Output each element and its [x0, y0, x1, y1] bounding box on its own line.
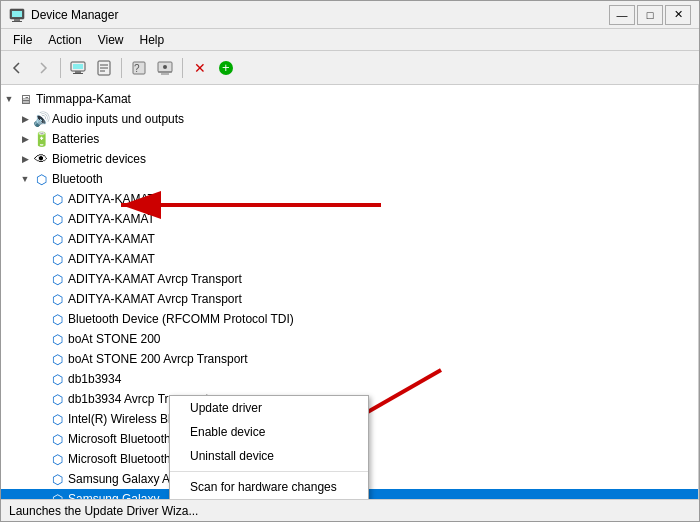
menu-bar: File Action View Help — [1, 29, 699, 51]
audio-expander[interactable]: ▶ — [17, 111, 33, 127]
toolbar: ? ✕ + — [1, 51, 699, 85]
svg-rect-2 — [14, 19, 20, 21]
svg-text:+: + — [222, 60, 230, 75]
ctx-update-driver[interactable]: Update driver — [170, 396, 368, 420]
bt-device-4[interactable]: ⬡ ADITYA-KAMAT Avrcp Transport — [1, 269, 698, 289]
biometric-expander[interactable]: ▶ — [17, 151, 33, 167]
ctx-scan[interactable]: Scan for hardware changes — [170, 475, 368, 499]
bt0-expander — [33, 191, 49, 207]
bt-device-3[interactable]: ⬡ ADITYA-KAMAT — [1, 249, 698, 269]
root-label: Timmappa-Kamat — [36, 92, 131, 106]
status-bar: Launches the Update Driver Wiza... — [1, 499, 699, 521]
svg-rect-3 — [12, 21, 22, 22]
bt7-icon: ⬡ — [49, 331, 65, 347]
window-title: Device Manager — [31, 8, 609, 22]
bluetooth-expander[interactable]: ▼ — [17, 171, 33, 187]
bt10-icon: ⬡ — [49, 391, 65, 407]
properties-icon-btn[interactable] — [92, 56, 116, 80]
bluetooth-label: Bluetooth — [52, 172, 103, 186]
ctx-uninstall-device[interactable]: Uninstall device — [170, 444, 368, 468]
batteries-expander[interactable]: ▶ — [17, 131, 33, 147]
bt15-icon: ⬡ — [49, 491, 65, 499]
biometric-label: Biometric devices — [52, 152, 146, 166]
svg-rect-1 — [12, 11, 22, 17]
bt-device-1[interactable]: ⬡ ADITYA-KAMAT — [1, 209, 698, 229]
computer-icon: 🖥 — [17, 91, 33, 107]
batteries-icon: 🔋 — [33, 131, 49, 147]
bt0-icon: ⬡ — [49, 191, 65, 207]
bt14-icon: ⬡ — [49, 471, 65, 487]
svg-point-17 — [163, 65, 167, 69]
bt9-label: db1b3934 — [68, 372, 121, 386]
bt15-label: Samsung Galaxy ... — [68, 492, 173, 499]
minimize-button[interactable]: — — [609, 5, 635, 25]
bt5-label: ADITYA-KAMAT Avrcp Transport — [68, 292, 242, 306]
root-expander[interactable]: ▼ — [1, 91, 17, 107]
svg-rect-5 — [73, 64, 83, 69]
bt11-icon: ⬡ — [49, 411, 65, 427]
bt4-label: ADITYA-KAMAT Avrcp Transport — [68, 272, 242, 286]
bt4-icon: ⬡ — [49, 271, 65, 287]
bt2-label: ADITYA-KAMAT — [68, 232, 155, 246]
remove-device-btn[interactable]: ✕ — [188, 56, 212, 80]
svg-text:✕: ✕ — [194, 60, 206, 76]
menu-view[interactable]: View — [90, 31, 132, 49]
menu-action[interactable]: Action — [40, 31, 89, 49]
maximize-button[interactable]: □ — [637, 5, 663, 25]
tree-bluetooth[interactable]: ▼ ⬡ Bluetooth — [1, 169, 698, 189]
bt3-icon: ⬡ — [49, 251, 65, 267]
toolbar-separator-3 — [182, 58, 183, 78]
bt12-icon: ⬡ — [49, 431, 65, 447]
bt9-icon: ⬡ — [49, 371, 65, 387]
bt7-label: boAt STONE 200 — [68, 332, 161, 346]
bt-device-6[interactable]: ⬡ Bluetooth Device (RFCOMM Protocol TDI) — [1, 309, 698, 329]
menu-file[interactable]: File — [5, 31, 40, 49]
bt-device-5[interactable]: ⬡ ADITYA-KAMAT Avrcp Transport — [1, 289, 698, 309]
bt0-label: ADITYA-KAMAT — [68, 192, 155, 206]
ctx-separator — [170, 471, 368, 472]
audio-icon: 🔊 — [33, 111, 49, 127]
biometric-icon: 👁 — [33, 151, 49, 167]
bt-device-2[interactable]: ⬡ ADITYA-KAMAT — [1, 229, 698, 249]
ctx-enable-device[interactable]: Enable device — [170, 420, 368, 444]
back-button[interactable] — [5, 56, 29, 80]
menu-help[interactable]: Help — [132, 31, 173, 49]
svg-text:?: ? — [134, 63, 140, 74]
tree-audio[interactable]: ▶ 🔊 Audio inputs und outputs — [1, 109, 698, 129]
bt2-icon: ⬡ — [49, 231, 65, 247]
title-bar: Device Manager — □ ✕ — [1, 1, 699, 29]
device-tree[interactable]: ▼ 🖥 Timmappa-Kamat ▶ 🔊 Audio inputs und … — [1, 85, 699, 499]
bt6-icon: ⬡ — [49, 311, 65, 327]
audio-label: Audio inputs und outputs — [52, 112, 184, 126]
window-controls: — □ ✕ — [609, 5, 691, 25]
toolbar-separator-2 — [121, 58, 122, 78]
main-area: ▼ 🖥 Timmappa-Kamat ▶ 🔊 Audio inputs und … — [1, 85, 699, 499]
svg-rect-7 — [73, 73, 83, 74]
update-driver-btn[interactable]: ? — [127, 56, 151, 80]
bt-device-8[interactable]: ⬡ boAt STONE 200 Avrcp Transport — [1, 349, 698, 369]
batteries-label: Batteries — [52, 132, 99, 146]
close-button[interactable]: ✕ — [665, 5, 691, 25]
bt5-icon: ⬡ — [49, 291, 65, 307]
bt-device-0[interactable]: ⬡ ADITYA-KAMAT — [1, 189, 698, 209]
computer-icon-btn[interactable] — [66, 56, 90, 80]
tree-root[interactable]: ▼ 🖥 Timmappa-Kamat — [1, 89, 698, 109]
bt1-label: ADITYA-KAMAT — [68, 212, 155, 226]
tree-batteries[interactable]: ▶ 🔋 Batteries — [1, 129, 698, 149]
svg-rect-6 — [75, 71, 81, 73]
toolbar-separator-1 — [60, 58, 61, 78]
bt-device-9[interactable]: ⬡ db1b3934 — [1, 369, 698, 389]
bt1-icon: ⬡ — [49, 211, 65, 227]
bt8-label: boAt STONE 200 Avrcp Transport — [68, 352, 248, 366]
device-manager-window: Device Manager — □ ✕ File Action View He… — [0, 0, 700, 522]
forward-button[interactable] — [31, 56, 55, 80]
add-device-btn[interactable]: + — [214, 56, 238, 80]
app-icon — [9, 7, 25, 23]
scan-btn[interactable] — [153, 56, 177, 80]
tree-biometric[interactable]: ▶ 👁 Biometric devices — [1, 149, 698, 169]
status-text: Launches the Update Driver Wiza... — [9, 504, 198, 518]
bt3-label: ADITYA-KAMAT — [68, 252, 155, 266]
bt-device-7[interactable]: ⬡ boAt STONE 200 — [1, 329, 698, 349]
context-menu: Update driver Enable device Uninstall de… — [169, 395, 369, 499]
bluetooth-icon: ⬡ — [33, 171, 49, 187]
